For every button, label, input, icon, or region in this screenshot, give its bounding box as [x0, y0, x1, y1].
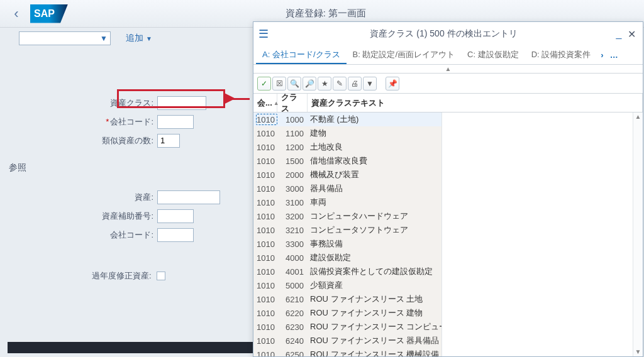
tab-d[interactable]: D: 設備投資案件: [525, 46, 597, 65]
pin-icon[interactable]: 📌: [386, 77, 399, 91]
scroll-up-icon[interactable]: ▲: [633, 113, 643, 121]
scroll-down-icon[interactable]: ▼: [633, 348, 643, 356]
prev-year-row: 過年度修正資産:: [92, 270, 165, 282]
dialog-header: ☰ 資産クラス (1) 500 件の検出エントリ _ ✕: [253, 22, 643, 46]
personal-list-icon[interactable]: ✎: [333, 77, 347, 91]
collapse-handle[interactable]: ▲: [253, 65, 643, 74]
grid-header: 会...▲ クラス 資産クラステキスト: [253, 94, 643, 113]
page-title: 資産登録: 第一画面: [18, 8, 634, 19]
ref-company-label: 会社コード:: [6, 229, 157, 241]
grid-blank-area: [441, 113, 643, 356]
annotation-arrow-icon: ▶: [225, 90, 235, 105]
ref-subnumber-label: 資産補助番号:: [6, 211, 157, 222]
cancel-filter-icon[interactable]: ☒: [272, 77, 286, 91]
col-company[interactable]: 会...▲: [253, 94, 277, 112]
value-help-dialog: ☰ 資産クラス (1) 500 件の検出エントリ _ ✕ A: 会社コード/クラ…: [253, 21, 643, 357]
similar-count-label: 類似資産の数:: [6, 135, 157, 146]
ref-asset-label: 資産:: [6, 192, 157, 203]
print-icon[interactable]: 🖨: [348, 77, 362, 91]
annotation-highlight: [117, 89, 225, 108]
grid-body: 10101000不動産 (土地)10101100建物10101200土地改良10…: [253, 113, 643, 356]
prev-year-label: 過年度修正資産:: [92, 270, 152, 282]
add-label: 追加: [126, 33, 143, 44]
menu-icon[interactable]: ☰: [258, 27, 269, 41]
col-text[interactable]: 資産クラステキスト: [308, 94, 643, 112]
minimize-button[interactable]: _: [613, 28, 625, 40]
variant-select[interactable]: ▼: [19, 31, 111, 45]
col-class[interactable]: クラス: [277, 94, 308, 112]
tab-a[interactable]: A: 会社コード/クラス: [256, 46, 347, 65]
close-button[interactable]: ✕: [625, 28, 638, 40]
prev-year-checkbox[interactable]: [157, 272, 165, 280]
tab-b[interactable]: B: 勘定設定/画面レイアウト: [347, 46, 462, 65]
search-icon[interactable]: 🔍: [287, 77, 301, 91]
favorite-icon[interactable]: ★: [318, 77, 331, 91]
find-next-icon[interactable]: 🔎: [303, 77, 316, 91]
ref-asset-input[interactable]: [157, 190, 220, 204]
add-button[interactable]: 追加▼: [126, 33, 152, 44]
vertical-scrollbar[interactable]: ▲ ▼: [633, 113, 643, 356]
tab-c[interactable]: C: 建設仮勘定: [461, 46, 525, 65]
chevron-down-icon: ▼: [100, 34, 108, 43]
reference-section-title: 参照: [9, 162, 26, 173]
tab-bar: A: 会社コード/クラス B: 勘定設定/画面レイアウト C: 建設仮勘定 D:…: [253, 46, 643, 65]
cell-cursor: [256, 114, 277, 125]
company-code-label: *会社コード:: [6, 116, 157, 128]
sap-logo: SAP: [30, 4, 68, 23]
dialog-toolbar: ✓ ☒ 🔍 🔎 ★ ✎ 🖨 ▼ 📌: [253, 74, 643, 94]
similar-count-input[interactable]: 1: [157, 134, 180, 148]
main-form: 資産クラス: *会社コード: 類似資産の数: 1 資産: 資産補助番号: 会社コ…: [6, 60, 253, 245]
tabs-more-icon[interactable]: …: [608, 50, 621, 60]
dialog-title: 資産クラス (1) 500 件の検出エントリ: [275, 28, 613, 40]
tabs-overflow-icon[interactable]: ›: [597, 50, 607, 60]
company-code-input[interactable]: [157, 115, 194, 129]
ref-company-input[interactable]: [157, 228, 194, 242]
dropdown-icon[interactable]: ▼: [363, 77, 377, 91]
ref-subnumber-input[interactable]: [157, 209, 194, 223]
chevron-down-icon: ▼: [146, 35, 152, 42]
accept-icon[interactable]: ✓: [257, 77, 271, 91]
separator: [378, 77, 384, 91]
